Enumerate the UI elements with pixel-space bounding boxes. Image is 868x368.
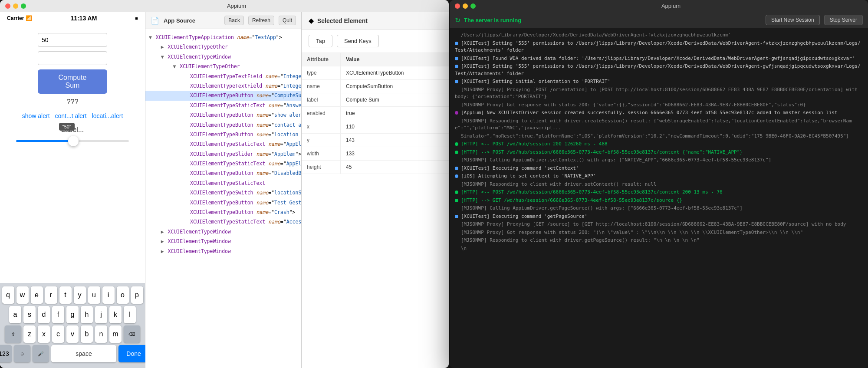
- key-q[interactable]: q: [2, 286, 14, 304]
- attribute-value: XCUIElementTypeButton: [341, 66, 449, 79]
- app-content: 50 Compute Sum ??? show alert cont...t a…: [0, 24, 145, 283]
- tree-item[interactable]: ▼ XCUIElementTypeOther: [145, 62, 301, 71]
- server-running-icon: ↻: [455, 16, 460, 24]
- tree-item[interactable]: XCUIElementTypeButton name="Test Gesture…: [145, 198, 301, 207]
- send-keys-button[interactable]: Send Keys: [337, 35, 379, 47]
- refresh-button[interactable]: Refresh: [248, 16, 274, 25]
- start-session-button[interactable]: Start New Session: [766, 15, 820, 25]
- log-line: /Users/jlipps/Library/Developer/Xcode/De…: [455, 32, 863, 39]
- integer-b-field[interactable]: [38, 51, 107, 65]
- tree-item[interactable]: XCUIElementTypeStaticText name="AppElem"…: [145, 139, 301, 149]
- key-d[interactable]: d: [38, 306, 50, 323]
- key-e[interactable]: e: [31, 286, 43, 304]
- key-n[interactable]: n: [95, 325, 107, 343]
- tree-item[interactable]: XCUIElementTypeSwitch name="locationStat…: [145, 188, 301, 197]
- key-s[interactable]: s: [23, 306, 36, 323]
- key-a[interactable]: a: [9, 306, 21, 323]
- log-line: [MJSONWP Proxy] Got response with status…: [455, 229, 863, 237]
- log-window: Appium ↻ The server is running Start New…: [450, 0, 868, 368]
- key-h[interactable]: h: [81, 306, 93, 323]
- tree-item[interactable]: XCUIElementTypeButton name="Crash">: [145, 207, 301, 217]
- maximize-button[interactable]: [21, 3, 26, 9]
- show-alert-button[interactable]: show alert: [22, 112, 50, 119]
- slider-track[interactable]: [16, 140, 129, 142]
- key-o[interactable]: o: [117, 286, 129, 304]
- key-emoji[interactable]: ☺: [14, 345, 30, 362]
- slider-thumb[interactable]: [68, 136, 79, 146]
- key-c[interactable]: c: [52, 325, 64, 343]
- minimize-button[interactable]: [13, 3, 18, 9]
- tree-item[interactable]: XCUIElementTypeButton name="location ale…: [145, 130, 301, 139]
- tree-item[interactable]: XCUIElementTypeTextField name="IntegerA"…: [145, 72, 301, 81]
- key-x[interactable]: x: [38, 325, 50, 343]
- log-line: [XCUITest] Executing command 'setContext…: [455, 165, 863, 172]
- location-alert-button[interactable]: locati...alert: [92, 112, 123, 119]
- key-w[interactable]: w: [16, 286, 29, 304]
- integer-a-value: 50: [42, 36, 49, 43]
- stop-server-button[interactable]: Stop Server: [824, 15, 863, 25]
- back-button[interactable]: Back: [224, 16, 244, 25]
- tree-item[interactable]: XCUIElementTypeStaticText name="AppElem"…: [145, 159, 301, 168]
- key-r[interactable]: r: [45, 286, 57, 304]
- tree-item[interactable]: XCUIElementTypeButton name="ComputeSumBu…: [145, 91, 301, 100]
- attribute-row: height 45: [302, 161, 449, 174]
- key-l[interactable]: l: [124, 306, 136, 323]
- close-button[interactable]: [5, 3, 10, 9]
- key-z[interactable]: z: [23, 325, 36, 343]
- integer-a-field[interactable]: 50: [38, 33, 107, 47]
- log-line: [XCUITest] Executing command 'getPageSou…: [455, 213, 863, 220]
- key-b[interactable]: b: [81, 325, 93, 343]
- attribute-row: name ComputeSumButton: [302, 80, 449, 93]
- main-content: Carrier 📶 11:13 AM ■ 50 Compute Sum ???: [0, 12, 449, 368]
- key-mic[interactable]: 🎤: [33, 345, 49, 362]
- keyboard-row-2: a s d f g h j k l: [2, 306, 143, 323]
- log-line: [XCUITest] Setting initial orientation t…: [455, 78, 863, 85]
- tree-item[interactable]: ▶ XCUIElementTypeOther: [145, 42, 301, 52]
- tree-item[interactable]: XCUIElementTypeStaticText: [145, 178, 301, 188]
- key-backspace[interactable]: ⌫: [124, 325, 140, 343]
- tree-item[interactable]: ▶ XCUIElementTypeWindow: [145, 237, 301, 246]
- key-p[interactable]: p: [131, 286, 143, 304]
- key-k[interactable]: k: [109, 306, 122, 323]
- key-y[interactable]: y: [74, 286, 86, 304]
- key-m[interactable]: m: [109, 325, 122, 343]
- answer-label: ???: [67, 98, 79, 106]
- key-i[interactable]: i: [102, 286, 115, 304]
- tap-button[interactable]: Tap: [309, 35, 332, 47]
- tree-item[interactable]: XCUIElementTypeStaticText name="Acces'ib…: [145, 217, 301, 227]
- key-shift[interactable]: ⇧: [5, 325, 21, 343]
- key-u[interactable]: u: [88, 286, 100, 304]
- contact-alert-button[interactable]: cont...t alert: [55, 112, 87, 119]
- slider-value-bubble: "50": [59, 123, 75, 131]
- tree-item[interactable]: ▼ XCUIElementTypeWindow: [145, 52, 301, 62]
- tree-item[interactable]: ▶ XCUIElementTypeWindow: [145, 227, 301, 237]
- tree-item[interactable]: XCUIElementTypeTextField name="IntegerB"…: [145, 81, 301, 91]
- tree-item[interactable]: ▶ XCUIElementTypeWindow: [145, 246, 301, 256]
- log-line: [XCUITest] Setting '555' permissions to …: [455, 63, 863, 77]
- key-g[interactable]: g: [66, 306, 79, 323]
- tree-item[interactable]: XCUIElementTypeStaticText name="Answer">: [145, 101, 301, 110]
- key-t[interactable]: t: [59, 286, 72, 304]
- tree-item[interactable]: XCUIElementTypeButton name="show alert">: [145, 110, 301, 120]
- tree-item[interactable]: XCUIElementTypeButton name="DisabledButt…: [145, 168, 301, 178]
- app-source-panel: 📄 App Source Back Refresh Quit ▼ XCUIEle…: [145, 12, 302, 368]
- key-space[interactable]: space: [51, 345, 116, 362]
- log-minimize-button[interactable]: [463, 3, 468, 9]
- log-maximize-button[interactable]: [470, 3, 476, 9]
- tree-item[interactable]: ▼ XCUIElementTypeApplication name="TestA…: [145, 33, 301, 42]
- key-f[interactable]: f: [52, 306, 64, 323]
- tree-item[interactable]: XCUIElementTypeButton name="contact aler…: [145, 120, 301, 130]
- traffic-lights: [5, 3, 26, 9]
- log-line: [MJSONWP] Responding to client with driv…: [455, 237, 863, 244]
- quit-button[interactable]: Quit: [279, 16, 296, 25]
- log-close-button[interactable]: [455, 3, 460, 9]
- compute-sum-button[interactable]: Compute Sum: [38, 69, 107, 94]
- log-line: [HTTP] <-- POST /wd/hub/session 200 1262…: [455, 141, 863, 148]
- log-window-title: Appium: [479, 3, 863, 9]
- key-numbers[interactable]: 123: [0, 345, 12, 362]
- tree-item[interactable]: XCUIElementTypeSlider name="AppElem">: [145, 149, 301, 159]
- key-j[interactable]: j: [95, 306, 107, 323]
- log-line: \n: [455, 245, 863, 253]
- key-done[interactable]: Done: [118, 345, 149, 362]
- key-v[interactable]: v: [66, 325, 79, 343]
